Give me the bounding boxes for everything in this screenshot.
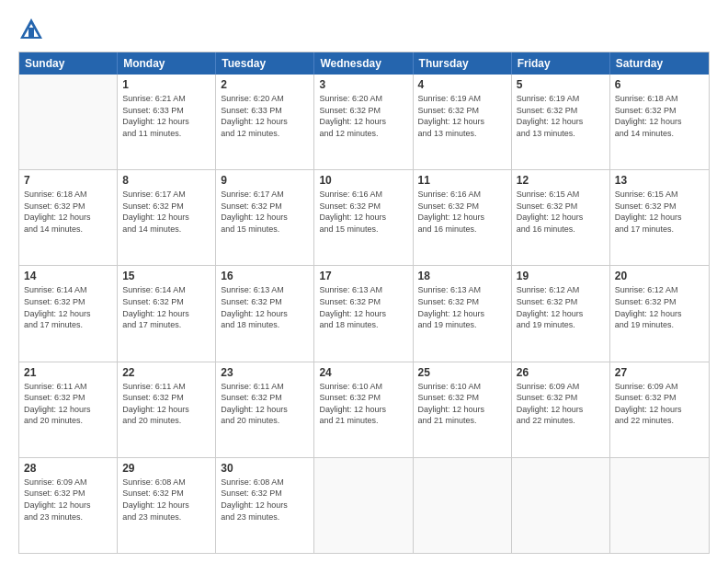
calendar-row: 1Sunrise: 6:21 AM Sunset: 6:33 PM Daylig… — [19, 75, 709, 170]
day-number: 16 — [221, 270, 309, 282]
day-info: Sunrise: 6:10 AM Sunset: 6:32 PM Dayligh… — [418, 381, 506, 427]
calendar-cell: 10Sunrise: 6:16 AM Sunset: 6:32 PM Dayli… — [314, 170, 413, 265]
day-number: 12 — [517, 174, 605, 187]
day-number: 4 — [418, 78, 506, 91]
day-info: Sunrise: 6:21 AM Sunset: 6:33 PM Dayligh… — [122, 93, 210, 139]
day-info: Sunrise: 6:12 AM Sunset: 6:32 PM Dayligh… — [615, 284, 704, 330]
calendar-row: 21Sunrise: 6:11 AM Sunset: 6:32 PM Dayli… — [19, 362, 709, 458]
day-info: Sunrise: 6:10 AM Sunset: 6:32 PM Dayligh… — [319, 381, 407, 427]
day-info: Sunrise: 6:16 AM Sunset: 6:32 PM Dayligh… — [418, 189, 506, 235]
calendar-cell: 28Sunrise: 6:09 AM Sunset: 6:32 PM Dayli… — [19, 458, 118, 553]
day-number: 29 — [122, 462, 210, 475]
calendar-cell: 4Sunrise: 6:19 AM Sunset: 6:32 PM Daylig… — [414, 75, 512, 169]
calendar-row: 14Sunrise: 6:14 AM Sunset: 6:32 PM Dayli… — [19, 266, 709, 362]
day-info: Sunrise: 6:13 AM Sunset: 6:32 PM Dayligh… — [221, 284, 309, 330]
day-info: Sunrise: 6:12 AM Sunset: 6:32 PM Dayligh… — [517, 284, 605, 330]
day-number: 26 — [517, 366, 605, 379]
day-info: Sunrise: 6:20 AM Sunset: 6:33 PM Dayligh… — [221, 93, 309, 139]
calendar-cell: 13Sunrise: 6:15 AM Sunset: 6:32 PM Dayli… — [610, 170, 709, 265]
day-info: Sunrise: 6:09 AM Sunset: 6:32 PM Dayligh… — [24, 477, 112, 523]
day-info: Sunrise: 6:09 AM Sunset: 6:32 PM Dayligh… — [615, 381, 704, 427]
calendar-cell: 17Sunrise: 6:13 AM Sunset: 6:32 PM Dayli… — [314, 266, 413, 361]
day-number: 13 — [615, 174, 704, 187]
calendar-cell: 15Sunrise: 6:14 AM Sunset: 6:32 PM Dayli… — [118, 266, 216, 361]
day-number: 22 — [122, 366, 210, 379]
calendar-row: 28Sunrise: 6:09 AM Sunset: 6:32 PM Dayli… — [19, 458, 709, 553]
calendar-cell: 14Sunrise: 6:14 AM Sunset: 6:32 PM Dayli… — [19, 266, 118, 361]
day-info: Sunrise: 6:09 AM Sunset: 6:32 PM Dayligh… — [517, 381, 605, 427]
day-number: 20 — [615, 270, 704, 282]
calendar-cell: 24Sunrise: 6:10 AM Sunset: 6:32 PM Dayli… — [314, 362, 413, 457]
day-info: Sunrise: 6:08 AM Sunset: 6:32 PM Dayligh… — [221, 477, 309, 523]
calendar-header-cell: Tuesday — [216, 52, 314, 75]
day-number: 23 — [221, 366, 309, 379]
calendar-cell: 29Sunrise: 6:08 AM Sunset: 6:32 PM Dayli… — [118, 458, 216, 553]
day-number: 28 — [24, 462, 112, 475]
header — [18, 17, 710, 42]
day-number: 3 — [319, 78, 407, 91]
day-number: 18 — [418, 270, 506, 282]
calendar-cell — [19, 75, 118, 169]
day-info: Sunrise: 6:19 AM Sunset: 6:32 PM Dayligh… — [517, 93, 605, 139]
day-number: 17 — [319, 270, 407, 282]
calendar-cell — [314, 458, 413, 553]
calendar-header-cell: Monday — [118, 52, 216, 75]
day-number: 2 — [221, 78, 309, 91]
calendar-cell: 9Sunrise: 6:17 AM Sunset: 6:32 PM Daylig… — [216, 170, 314, 265]
page: SundayMondayTuesdayWednesdayThursdayFrid… — [0, 0, 728, 563]
day-info: Sunrise: 6:17 AM Sunset: 6:32 PM Dayligh… — [221, 189, 309, 235]
calendar: SundayMondayTuesdayWednesdayThursdayFrid… — [18, 52, 710, 554]
logo-icon — [18, 17, 44, 42]
calendar-cell: 8Sunrise: 6:17 AM Sunset: 6:32 PM Daylig… — [118, 170, 216, 265]
day-info: Sunrise: 6:18 AM Sunset: 6:32 PM Dayligh… — [24, 189, 112, 235]
day-info: Sunrise: 6:08 AM Sunset: 6:32 PM Dayligh… — [122, 477, 210, 523]
calendar-header-cell: Saturday — [610, 52, 709, 75]
day-number: 14 — [24, 270, 112, 282]
calendar-cell: 18Sunrise: 6:13 AM Sunset: 6:32 PM Dayli… — [414, 266, 512, 361]
calendar-body: 1Sunrise: 6:21 AM Sunset: 6:33 PM Daylig… — [19, 75, 709, 553]
calendar-cell: 12Sunrise: 6:15 AM Sunset: 6:32 PM Dayli… — [512, 170, 610, 265]
day-number: 11 — [418, 174, 506, 187]
calendar-cell: 6Sunrise: 6:18 AM Sunset: 6:32 PM Daylig… — [610, 75, 709, 169]
calendar-cell: 3Sunrise: 6:20 AM Sunset: 6:32 PM Daylig… — [314, 75, 413, 169]
calendar-cell — [610, 458, 709, 553]
day-info: Sunrise: 6:11 AM Sunset: 6:32 PM Dayligh… — [122, 381, 210, 427]
calendar-cell: 23Sunrise: 6:11 AM Sunset: 6:32 PM Dayli… — [216, 362, 314, 457]
calendar-cell: 2Sunrise: 6:20 AM Sunset: 6:33 PM Daylig… — [216, 75, 314, 169]
logo — [18, 17, 48, 42]
day-number: 19 — [517, 270, 605, 282]
day-info: Sunrise: 6:11 AM Sunset: 6:32 PM Dayligh… — [24, 381, 112, 427]
day-info: Sunrise: 6:15 AM Sunset: 6:32 PM Dayligh… — [517, 189, 605, 235]
calendar-cell: 25Sunrise: 6:10 AM Sunset: 6:32 PM Dayli… — [414, 362, 512, 457]
calendar-cell — [512, 458, 610, 553]
day-number: 5 — [517, 78, 605, 91]
calendar-cell: 20Sunrise: 6:12 AM Sunset: 6:32 PM Dayli… — [610, 266, 709, 361]
svg-rect-2 — [28, 28, 34, 37]
calendar-cell: 22Sunrise: 6:11 AM Sunset: 6:32 PM Dayli… — [118, 362, 216, 457]
day-info: Sunrise: 6:18 AM Sunset: 6:32 PM Dayligh… — [615, 93, 704, 139]
day-info: Sunrise: 6:11 AM Sunset: 6:32 PM Dayligh… — [221, 381, 309, 427]
calendar-cell: 21Sunrise: 6:11 AM Sunset: 6:32 PM Dayli… — [19, 362, 118, 457]
day-number: 24 — [319, 366, 407, 379]
day-number: 9 — [221, 174, 309, 187]
day-info: Sunrise: 6:14 AM Sunset: 6:32 PM Dayligh… — [122, 284, 210, 330]
day-number: 15 — [122, 270, 210, 282]
calendar-cell: 11Sunrise: 6:16 AM Sunset: 6:32 PM Dayli… — [414, 170, 512, 265]
day-number: 1 — [122, 78, 210, 91]
calendar-cell: 7Sunrise: 6:18 AM Sunset: 6:32 PM Daylig… — [19, 170, 118, 265]
day-info: Sunrise: 6:15 AM Sunset: 6:32 PM Dayligh… — [615, 189, 704, 235]
calendar-cell: 19Sunrise: 6:12 AM Sunset: 6:32 PM Dayli… — [512, 266, 610, 361]
calendar-cell: 26Sunrise: 6:09 AM Sunset: 6:32 PM Dayli… — [512, 362, 610, 457]
day-number: 7 — [24, 174, 112, 187]
day-number: 21 — [24, 366, 112, 379]
calendar-cell — [414, 458, 512, 553]
calendar-row: 7Sunrise: 6:18 AM Sunset: 6:32 PM Daylig… — [19, 170, 709, 266]
calendar-header-cell: Friday — [512, 52, 610, 75]
calendar-header-cell: Wednesday — [314, 52, 413, 75]
calendar-header-cell: Thursday — [414, 52, 512, 75]
day-info: Sunrise: 6:19 AM Sunset: 6:32 PM Dayligh… — [418, 93, 506, 139]
day-number: 10 — [319, 174, 407, 187]
day-info: Sunrise: 6:14 AM Sunset: 6:32 PM Dayligh… — [24, 284, 112, 330]
calendar-cell: 1Sunrise: 6:21 AM Sunset: 6:33 PM Daylig… — [118, 75, 216, 169]
calendar-header-cell: Sunday — [19, 52, 118, 75]
